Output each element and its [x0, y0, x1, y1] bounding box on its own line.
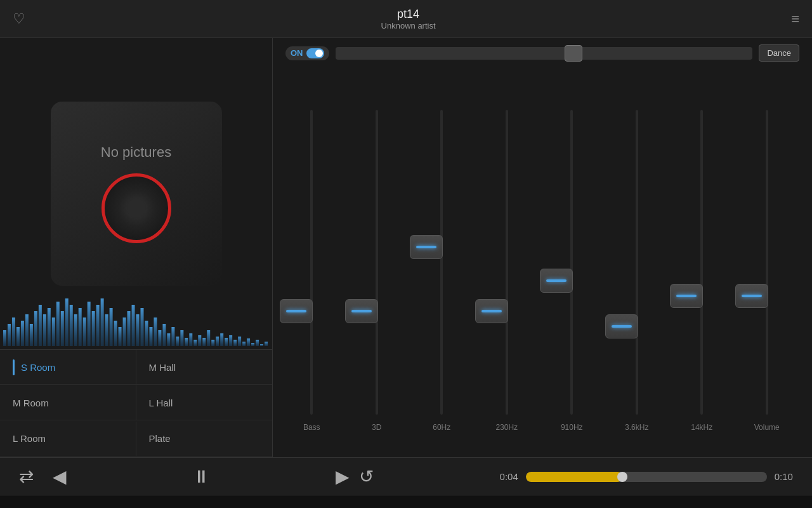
svg-rect-46	[207, 330, 210, 346]
eq-handle-stripe	[612, 325, 632, 328]
eq-track-3-6khz[interactable]	[636, 110, 638, 415]
svg-rect-19	[88, 302, 91, 346]
eq-band-3d: 3D	[344, 110, 410, 432]
eq-handle-bass[interactable]	[280, 299, 313, 323]
main-content: No pictures	[0, 38, 812, 457]
svg-rect-39	[176, 337, 179, 346]
android-nav-row: ↩ ⌂ ▣ ⊞ ≡ USB ◎ 09:38	[0, 495, 812, 508]
preset-label: S Room	[21, 362, 55, 373]
svg-rect-0	[3, 330, 6, 346]
svg-rect-18	[83, 318, 86, 346]
svg-rect-4	[21, 321, 24, 346]
eq-global-slider[interactable]	[336, 47, 753, 60]
svg-rect-31	[140, 308, 143, 346]
preset-l-hall[interactable]: L Hall	[136, 385, 273, 420]
eq-preset-button[interactable]: Dance	[759, 44, 799, 62]
nav-menu-button[interactable]: ≡	[568, 505, 577, 508]
eq-track-bass[interactable]	[310, 110, 313, 415]
back-button[interactable]: ↩	[25, 505, 37, 508]
eq-track-3d[interactable]	[376, 110, 378, 415]
top-bar: ♡ pt14 Unknown artist ≡	[0, 0, 812, 38]
svg-rect-59	[265, 342, 268, 346]
svg-rect-45	[202, 338, 206, 346]
ctrl-group-right: 0:04 0:10	[500, 471, 793, 482]
svg-rect-53	[238, 337, 241, 346]
eq-label-3d: 3D	[372, 423, 381, 432]
eq-handle-volume[interactable]	[735, 284, 768, 308]
recents-button[interactable]: ▣	[294, 505, 308, 508]
progress-fill	[526, 472, 622, 482]
media-controls-row: ⇄ ◀ ⏸ ▶ ↺ 0:04 0:10	[0, 457, 812, 495]
svg-rect-24	[110, 308, 113, 346]
svg-rect-25	[114, 321, 117, 346]
svg-rect-17	[79, 308, 82, 346]
home-button[interactable]: ⌂	[161, 505, 169, 508]
eq-handle-stripe	[742, 295, 762, 297]
eq-label-volume: Volume	[754, 423, 780, 432]
eq-handle-14khz[interactable]	[670, 284, 703, 308]
vinyl-center	[127, 199, 146, 218]
play-pause-button[interactable]: ⏸	[192, 468, 210, 486]
eq-handle-910hz[interactable]	[540, 269, 573, 293]
eq-band-volume: Volume	[735, 110, 800, 432]
eq-track-230hz[interactable]	[506, 110, 508, 415]
eq-on-toggle[interactable]: ON	[285, 46, 329, 60]
prev-button[interactable]: ◀	[53, 468, 67, 486]
svg-rect-37	[167, 333, 170, 346]
eq-handle-230hz[interactable]	[475, 299, 508, 323]
eq-handle-stripe	[351, 310, 372, 312]
reverb-presets: S Room M Hall M Room L Hall L Room Plate	[0, 349, 272, 457]
svg-rect-33	[149, 327, 152, 346]
progress-thumb	[617, 472, 627, 482]
eq-handle-stripe	[416, 246, 436, 248]
svg-rect-13	[61, 311, 64, 346]
eq-label-3-6khz: 3.6kHz	[625, 423, 648, 432]
eq-handle-60hz[interactable]	[410, 235, 443, 259]
current-time: 0:04	[500, 471, 518, 482]
preset-m-room[interactable]: M Room	[0, 385, 136, 420]
svg-rect-51	[229, 335, 232, 346]
progress-bar[interactable]	[526, 472, 767, 482]
svg-rect-36	[162, 324, 166, 346]
heart-icon[interactable]: ♡	[13, 11, 25, 27]
eq-track-volume[interactable]	[766, 110, 768, 415]
preset-l-room[interactable]: L Room	[0, 422, 136, 457]
ctrl-group-left: ⇄ ◀	[19, 468, 67, 486]
eq-track-60hz[interactable]	[440, 110, 443, 415]
eq-handle-3d[interactable]	[345, 299, 378, 323]
svg-rect-41	[185, 338, 188, 346]
next-button[interactable]: ▶	[336, 468, 350, 486]
svg-rect-29	[132, 305, 135, 346]
repeat-button[interactable]: ↺	[359, 468, 374, 486]
eq-track-910hz[interactable]	[570, 110, 573, 415]
eq-slider-thumb	[565, 45, 582, 62]
svg-rect-11	[52, 318, 55, 346]
eq-track-14khz[interactable]	[700, 110, 703, 415]
svg-rect-7	[34, 311, 37, 346]
svg-rect-14	[65, 298, 69, 346]
svg-rect-26	[119, 327, 122, 346]
svg-rect-22	[101, 298, 104, 346]
svg-rect-38	[171, 327, 174, 346]
eq-handle-stripe	[546, 279, 566, 282]
ctrl-group-center: ⏸	[192, 468, 210, 486]
svg-rect-42	[189, 333, 192, 346]
svg-rect-12	[56, 302, 60, 346]
preset-s-room[interactable]: S Room	[0, 350, 136, 385]
svg-rect-5	[25, 314, 29, 346]
svg-rect-2	[12, 318, 15, 346]
eq-band-bass: Bass	[279, 110, 344, 432]
svg-rect-28	[128, 311, 131, 346]
svg-rect-6	[30, 324, 33, 346]
preset-plate[interactable]: Plate	[136, 422, 273, 457]
left-panel: No pictures	[0, 38, 273, 457]
svg-rect-3	[16, 327, 20, 346]
svg-rect-58	[260, 344, 263, 346]
preset-m-hall[interactable]: M Hall	[136, 350, 273, 385]
no-pictures-text: No pictures	[101, 144, 171, 161]
menu-icon[interactable]: ≡	[791, 11, 799, 27]
eq-handle-3-6khz[interactable]	[605, 314, 638, 338]
shuffle-button[interactable]: ⇄	[19, 468, 34, 486]
screenshot-button[interactable]: ⊞	[433, 505, 444, 508]
eq-band-230hz: 230Hz	[475, 110, 540, 432]
